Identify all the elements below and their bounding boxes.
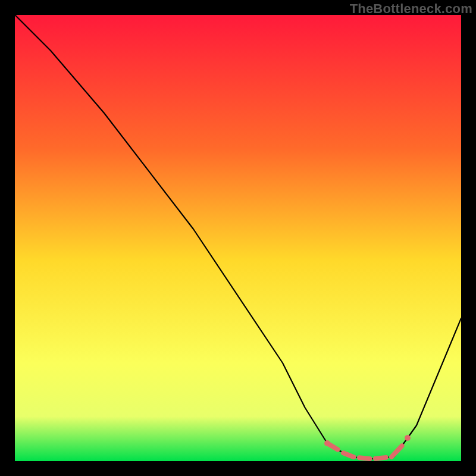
svg-line-4 [375,458,386,459]
plot-area [15,15,461,461]
chart-svg [15,15,461,461]
chart-frame: TheBottleneck.com [0,0,476,476]
svg-point-7 [405,435,411,441]
svg-line-3 [359,458,370,459]
svg-point-6 [324,440,330,446]
svg-rect-0 [15,15,461,461]
